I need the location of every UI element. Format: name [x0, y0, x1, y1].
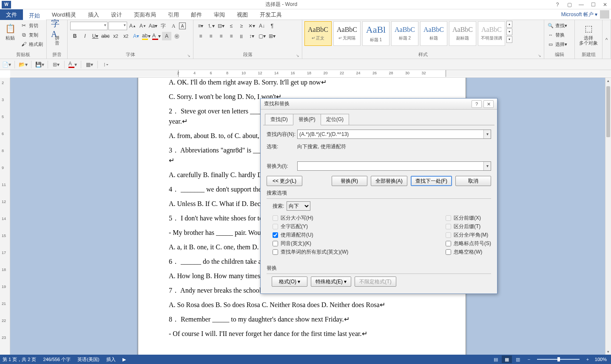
zoom-out-button[interactable]: − — [524, 356, 534, 363]
scroll-up-icon[interactable]: ▴ — [605, 78, 611, 84]
style-item[interactable]: AaBl标题 1 — [362, 21, 389, 46]
distribute-button[interactable]: ⫼ — [237, 32, 246, 40]
less-button[interactable]: << 更少(L) — [267, 176, 302, 186]
paragraph-launcher[interactable]: ↘ — [296, 54, 299, 58]
view-read-button[interactable]: ▤ — [491, 356, 501, 363]
tab-home[interactable]: 开始 — [23, 9, 46, 20]
dialog-tab-find[interactable]: 查找(D) — [265, 114, 293, 125]
document-line[interactable]: A. OK. I'll do them right away B. Sorry.… — [169, 78, 435, 87]
align-left-button[interactable]: ≡ — [196, 32, 205, 40]
view-web-button[interactable]: ▥ — [513, 356, 523, 363]
qat-open[interactable]: 📂▾ — [18, 60, 28, 69]
find-button[interactable]: 🔍查找 ▾ — [546, 21, 569, 30]
gallery-down-icon[interactable]: ▾ — [506, 28, 512, 35]
select-multi-button[interactable]: ⬚ 选择 多个对象 — [577, 21, 600, 47]
style-item[interactable]: AaBbC标题 — [420, 21, 447, 46]
ribbon-options-button[interactable]: ▢ — [563, 2, 575, 8]
dialog-tab-goto[interactable]: 定位(G) — [321, 114, 349, 125]
show-marks-button[interactable]: ¶ — [267, 22, 277, 30]
format-button[interactable]: 格式(O) ▾ — [272, 277, 307, 287]
char-shading-button[interactable]: A — [162, 32, 171, 40]
font-color-button[interactable]: A▾ — [152, 32, 161, 40]
search-dir-select[interactable]: 向下 — [287, 201, 310, 211]
line-spacing-button[interactable]: ↕▾ — [247, 32, 256, 40]
text-effect-button[interactable]: A▾ — [131, 32, 141, 40]
qat-new[interactable]: 📄▾ — [2, 60, 11, 69]
status-words[interactable]: 246/556 个字 — [43, 356, 71, 363]
qat-save[interactable]: 💾▾ — [35, 60, 44, 69]
search-option[interactable]: 忽略标点符号(S) — [446, 240, 491, 247]
zoom-in-button[interactable]: + — [583, 356, 593, 363]
qat-more[interactable]: ⫶▾ — [101, 60, 111, 69]
gallery-more-icon[interactable]: ▾ — [506, 36, 512, 43]
zoom-value[interactable]: 100% — [595, 357, 607, 362]
numbering-button[interactable]: ⒈▾ — [206, 22, 216, 30]
char-border-button[interactable]: A — [179, 23, 186, 29]
dialog-tab-replace[interactable]: 替换(P) — [293, 114, 321, 125]
vertical-scrollbar[interactable]: ▴ ▾ — [605, 78, 611, 355]
styles-gallery-scroll[interactable]: ▴ ▾ ▾ — [506, 21, 512, 43]
tab-file[interactable]: 文件 — [0, 9, 23, 20]
copy-button[interactable]: ⧉复制 — [19, 31, 45, 39]
document-line[interactable]: - Of course I will. I'II never forget he… — [169, 329, 435, 339]
decrease-indent-button[interactable]: ≤ — [227, 22, 236, 30]
pinyin-guide-button[interactable]: 字 — [159, 22, 168, 30]
shrink-font-button[interactable]: A▼ — [138, 22, 148, 30]
ribbon-collapse[interactable]: ^ — [602, 20, 611, 59]
view-print-button[interactable]: ▦ — [502, 356, 512, 363]
tab-references[interactable]: 引用 — [162, 9, 185, 20]
replace-all-button[interactable]: 全部替换(A) — [371, 176, 407, 186]
scroll-down-icon[interactable]: ▾ — [605, 349, 611, 355]
tab-view[interactable]: 视图 — [231, 9, 254, 20]
search-option[interactable]: 使用通配符(U) — [273, 231, 348, 239]
increase-indent-button[interactable]: ≥ — [237, 22, 246, 30]
search-option[interactable]: 同音(英文)(K) — [273, 240, 348, 247]
underline-button[interactable]: U▾ — [91, 32, 100, 40]
help-button[interactable]: ? — [551, 2, 563, 8]
checkbox[interactable] — [273, 241, 278, 246]
qat-border[interactable]: ▦▾ — [85, 60, 94, 69]
find-next-button[interactable]: 查找下一处(F) — [411, 176, 452, 186]
account-avatar[interactable] — [600, 10, 609, 19]
minimize-button[interactable]: — — [575, 2, 587, 8]
checkbox[interactable] — [446, 249, 451, 255]
pinyin-button[interactable]: 字A 拼 音 — [48, 21, 65, 47]
checkbox[interactable] — [273, 249, 278, 255]
status-mode[interactable]: 插入 — [106, 356, 116, 363]
shading-button[interactable]: ▢▾ — [257, 32, 267, 40]
bold-button[interactable]: B — [70, 32, 80, 40]
replace-one-button[interactable]: 替换(R) — [332, 176, 367, 186]
search-option[interactable]: 查找单词的所有形式(英文)(W) — [273, 248, 348, 256]
dialog-titlebar[interactable]: 查找和替换 ? ✕ — [261, 99, 497, 110]
font-launcher[interactable]: ↘ — [187, 54, 190, 58]
tab-layout[interactable]: 页面布局 — [128, 9, 162, 20]
style-item[interactable]: AaBbC不明显强调 — [478, 21, 505, 46]
checkbox[interactable] — [273, 232, 278, 238]
cut-button[interactable]: ✂剪切 — [19, 21, 45, 30]
change-case-button[interactable]: Aa▾ — [148, 22, 158, 30]
strikethrough-button[interactable]: abc — [101, 32, 110, 40]
styles-launcher[interactable]: ↘ — [538, 54, 541, 58]
document-line[interactable]: A. So Rosa does B. So does Rosa C. Neith… — [169, 300, 435, 310]
zoom-slider[interactable] — [537, 359, 580, 360]
paste-button[interactable]: 📋 粘贴 — [2, 21, 19, 42]
sort-button[interactable]: A↓ — [257, 22, 267, 30]
close-button[interactable]: ✕ — [599, 2, 611, 8]
qat-fontcolor[interactable]: A▾ — [68, 60, 77, 69]
maximize-button[interactable]: ☐ — [587, 2, 599, 8]
account-link[interactable]: Microsoft 帐户 ▾ — [561, 11, 600, 18]
font-size-combo[interactable] — [108, 22, 127, 30]
font-family-combo[interactable] — [70, 22, 108, 30]
cancel-button[interactable]: 取消 — [455, 176, 491, 186]
gallery-up-icon[interactable]: ▴ — [506, 21, 512, 28]
tab-mailings[interactable]: 邮件 — [185, 9, 208, 20]
subscript-button[interactable]: x2 — [111, 32, 120, 40]
replace-input[interactable] — [297, 161, 491, 171]
align-center-button[interactable]: ≡ — [206, 32, 216, 40]
italic-button[interactable]: I — [80, 32, 90, 40]
dialog-close-button[interactable]: ✕ — [483, 100, 494, 108]
style-item[interactable]: AaBbC标题 2 — [391, 21, 418, 46]
find-input[interactable]: (A.*)(B.*)(C.*)(D.*^13) — [297, 130, 491, 139]
select-button[interactable]: ▭选择 ▾ — [546, 40, 569, 48]
replace-button[interactable]: ↔替换 — [546, 31, 569, 39]
